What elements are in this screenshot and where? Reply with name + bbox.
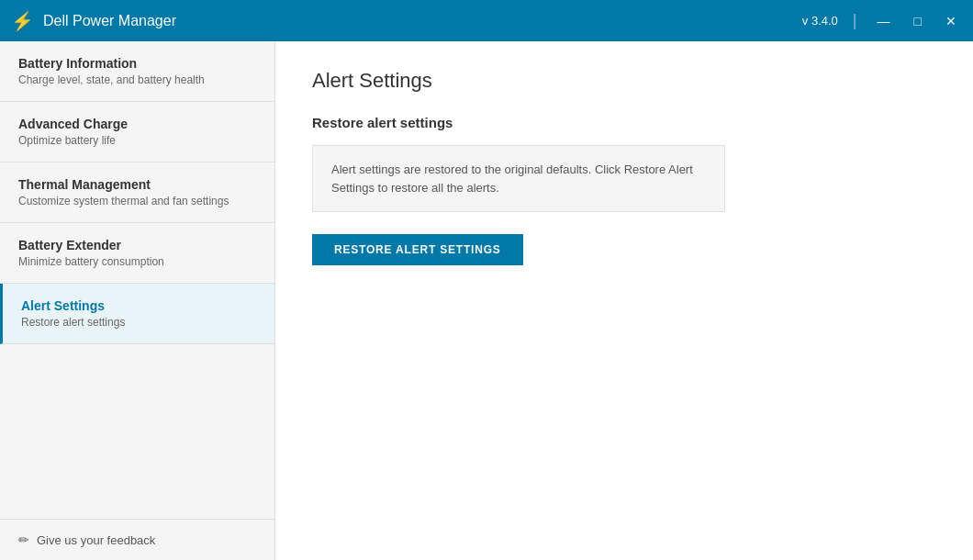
- main-layout: Battery Information Charge level, state,…: [0, 41, 973, 560]
- app-logo-icon: ⚡: [11, 10, 34, 32]
- title-bar: ⚡ Dell Power Manager v 3.4.0 | — □ ✕: [0, 0, 973, 41]
- app-title: Dell Power Manager: [43, 13, 802, 29]
- restore-alert-settings-button[interactable]: RESTORE ALERT SETTINGS: [312, 234, 523, 265]
- sidebar-item-thermal-management[interactable]: Thermal Management Customize system ther…: [0, 162, 274, 223]
- feedback-label: Give us your feedback: [37, 533, 155, 547]
- sidebar-nav: Battery Information Charge level, state,…: [0, 41, 274, 519]
- info-box-text: Alert settings are restored to the origi…: [331, 161, 706, 196]
- page-title: Alert Settings: [312, 69, 936, 93]
- title-separator: |: [853, 11, 857, 30]
- feedback-link[interactable]: ✏ Give us your feedback: [0, 519, 274, 560]
- sidebar-item-advanced-charge[interactable]: Advanced Charge Optimize battery life: [0, 102, 274, 162]
- sidebar-item-title: Thermal Management: [18, 177, 256, 192]
- sidebar: Battery Information Charge level, state,…: [0, 41, 275, 560]
- sidebar-item-title: Advanced Charge: [18, 117, 256, 131]
- sidebar-item-alert-settings[interactable]: Alert Settings Restore alert settings: [0, 284, 274, 344]
- sidebar-item-title: Battery Extender: [18, 238, 256, 252]
- window-controls: — □ ✕: [872, 11, 962, 31]
- sidebar-item-title: Alert Settings: [21, 298, 256, 313]
- close-button[interactable]: ✕: [940, 11, 962, 31]
- content-area: Alert Settings Restore alert settings Al…: [275, 41, 973, 560]
- sidebar-item-subtitle: Optimize battery life: [18, 134, 256, 147]
- section-title: Restore alert settings: [312, 115, 936, 130]
- app-version: v 3.4.0: [802, 14, 838, 28]
- sidebar-item-subtitle: Charge level, state, and battery health: [18, 73, 256, 86]
- sidebar-item-subtitle: Minimize battery consumption: [18, 255, 256, 268]
- sidebar-item-subtitle: Restore alert settings: [21, 316, 256, 329]
- maximize-button[interactable]: □: [909, 11, 927, 31]
- info-box: Alert settings are restored to the origi…: [312, 145, 725, 212]
- feedback-icon: ✏: [18, 532, 29, 547]
- sidebar-item-title: Battery Information: [18, 56, 256, 71]
- sidebar-item-subtitle: Customize system thermal and fan setting…: [18, 195, 256, 207]
- sidebar-item-battery-extender[interactable]: Battery Extender Minimize battery consum…: [0, 223, 274, 284]
- minimize-button[interactable]: —: [872, 11, 896, 31]
- sidebar-item-battery-information[interactable]: Battery Information Charge level, state,…: [0, 41, 274, 102]
